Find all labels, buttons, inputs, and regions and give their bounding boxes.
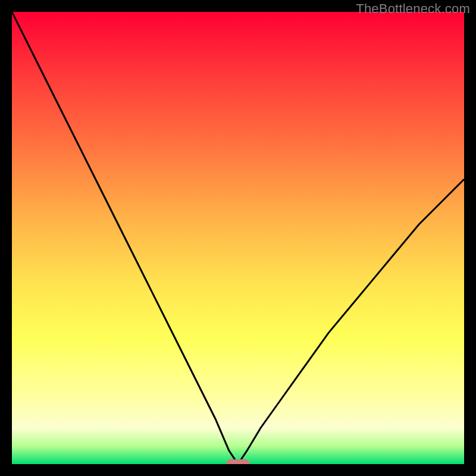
bottleneck-curve	[12, 12, 464, 464]
chart-frame: TheBottleneck.com	[0, 0, 476, 476]
optimum-marker	[226, 459, 250, 464]
plot-area	[12, 12, 464, 464]
attribution-text: TheBottleneck.com	[356, 1, 470, 17]
